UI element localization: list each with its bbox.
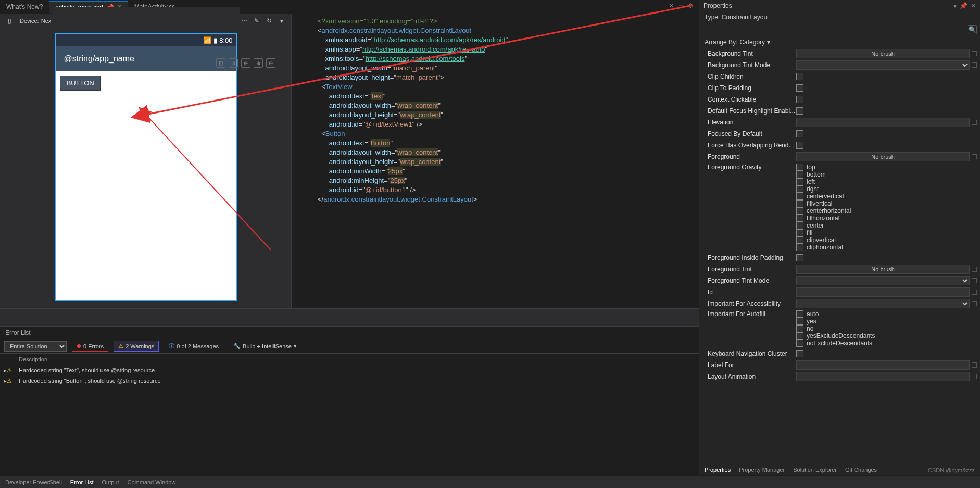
more-icon[interactable]: ⋯ — [240, 17, 248, 25]
checkbox[interactable] — [796, 200, 803, 207]
autofill-option[interactable]: yes — [796, 318, 816, 325]
checkbox[interactable] — [796, 164, 803, 171]
elevation-input[interactable] — [796, 118, 970, 127]
preview-button[interactable]: BUTTON — [60, 76, 101, 91]
checkbox[interactable] — [796, 310, 803, 318]
marker-icon[interactable] — [972, 267, 977, 272]
marker-icon[interactable] — [972, 154, 977, 159]
gravity-option[interactable]: centervertical — [796, 193, 844, 200]
build-filter[interactable]: 🔧 Build + IntelliSense ▾ — [229, 341, 301, 352]
tab-command[interactable]: Command Window — [128, 479, 176, 485]
checkbox[interactable] — [796, 340, 803, 347]
checkbox[interactable] — [796, 185, 803, 193]
tab-solution-explorer[interactable]: Solution Explorer — [793, 467, 837, 473]
chevron-down-icon[interactable]: ▾ — [278, 17, 286, 25]
gravity-option[interactable]: center — [796, 222, 824, 229]
tab-whatsnew[interactable]: What's New? — [0, 1, 49, 12]
arrange-by[interactable]: Arrange By: Category ▾ — [699, 36, 980, 48]
panel-title: Properties — [703, 2, 732, 9]
fg-inside-padding-checkbox[interactable] — [796, 254, 803, 261]
gear-icon[interactable]: ⚙ — [688, 2, 694, 9]
gravity-option[interactable]: fill — [796, 229, 812, 236]
zoom-reset-icon[interactable]: ⊙ — [229, 58, 238, 68]
fg-tint-mode-select[interactable] — [796, 276, 970, 285]
tab-powershell[interactable]: Developer PowerShell — [5, 479, 62, 485]
checkbox[interactable] — [796, 215, 803, 222]
zoom-in-icon[interactable]: ⊕ — [254, 58, 263, 68]
marker-icon[interactable] — [972, 362, 977, 368]
autofill-option[interactable]: auto — [796, 310, 819, 318]
pin-icon[interactable]: 📌 — [960, 2, 968, 9]
checkbox[interactable] — [796, 222, 803, 229]
gravity-option[interactable]: top — [796, 164, 815, 171]
bg-tint-value[interactable]: No brush — [796, 49, 970, 58]
checkbox[interactable] — [796, 229, 803, 236]
gravity-option[interactable]: left — [796, 178, 815, 185]
scope-dropdown[interactable]: Entire Solution — [4, 341, 67, 352]
brush-icon[interactable]: ✎ — [253, 17, 261, 25]
watermark: CSDN @dym&zzz — [928, 467, 975, 473]
tab-errorlist[interactable]: Error List — [70, 479, 94, 485]
zoom-100-icon[interactable]: ⊕ — [241, 58, 250, 68]
checkbox[interactable] — [796, 332, 803, 340]
checkbox[interactable] — [796, 171, 803, 178]
autofill-option[interactable]: no — [796, 325, 813, 332]
tab-properties[interactable]: Properties — [705, 467, 731, 473]
gravity-option[interactable]: bottom — [796, 171, 826, 178]
checkbox[interactable] — [796, 178, 803, 185]
refresh-icon[interactable]: ↻ — [265, 17, 273, 25]
tab-output[interactable]: Output — [102, 479, 119, 485]
imp-access-select[interactable] — [796, 299, 970, 308]
tab-git-changes[interactable]: Git Changes — [845, 467, 877, 473]
gravity-option[interactable]: fillvertical — [796, 200, 832, 207]
keyboard-nav-checkbox[interactable] — [796, 350, 803, 357]
dropdown-icon[interactable]: ▾ — [953, 2, 957, 9]
checkbox[interactable] — [796, 193, 803, 200]
autofill-option[interactable]: yesExcludeDescendants — [796, 332, 875, 340]
default-focus-checkbox[interactable] — [796, 107, 803, 115]
context-clickable-checkbox[interactable] — [796, 96, 803, 103]
errors-filter[interactable]: ⊗ 0 Errors — [72, 341, 108, 352]
zoom-out-icon[interactable]: ⊖ — [266, 58, 275, 68]
gravity-option[interactable]: right — [796, 185, 819, 193]
bg-tint-mode-select[interactable] — [796, 60, 970, 70]
marker-icon[interactable] — [972, 62, 977, 68]
split-icon[interactable]: ▭ — [678, 2, 684, 9]
gravity-option[interactable]: fillhorizontal — [796, 215, 839, 222]
clip-padding-checkbox[interactable] — [796, 84, 803, 92]
checkbox[interactable] — [796, 236, 803, 244]
fg-tint-value[interactable]: No brush — [796, 265, 970, 274]
clip-children-checkbox[interactable] — [796, 73, 803, 80]
checkbox[interactable] — [796, 207, 803, 215]
marker-icon[interactable] — [972, 51, 977, 56]
force-overlap-checkbox[interactable] — [796, 142, 803, 149]
gravity-option[interactable]: clipvertical — [796, 236, 836, 244]
autofill-option[interactable]: noExcludeDescendants — [796, 340, 872, 347]
layout-anim-input[interactable] — [796, 372, 970, 381]
marker-icon[interactable] — [972, 278, 977, 283]
tab-property-manager[interactable]: Property Manager — [739, 467, 785, 473]
messages-filter[interactable]: ⓘ 0 of 2 Messages — [164, 340, 223, 352]
marker-icon[interactable] — [972, 374, 977, 379]
marker-icon[interactable] — [972, 120, 977, 125]
gravity-option[interactable]: cliphorizontal — [796, 244, 843, 251]
gutter — [292, 14, 312, 308]
search-icon[interactable]: 🔍 — [968, 25, 977, 34]
foreground-value[interactable]: No brush — [796, 152, 970, 161]
label-for-input[interactable] — [796, 360, 970, 370]
close-icon[interactable]: ✕ — [669, 2, 674, 9]
device-preview[interactable]: 📶 ▮ 8:00 @string/app_name BUTTON — [52, 7, 240, 304]
properties-panel: Properties ▾ 📌 ✕ Type ConstraintLayout 🔍… — [699, 0, 980, 475]
warnings-filter[interactable]: ⚠ 2 Warnings — [114, 341, 159, 352]
marker-icon[interactable] — [972, 301, 977, 306]
id-input[interactable] — [796, 287, 970, 297]
focused-default-checkbox[interactable] — [796, 130, 803, 137]
gravity-option[interactable]: centerhorizontal — [796, 207, 851, 215]
checkbox[interactable] — [796, 244, 803, 251]
marker-icon[interactable] — [972, 290, 977, 295]
close-icon[interactable]: ✕ — [971, 2, 976, 9]
zoom-fit-icon[interactable]: ⊡ — [216, 58, 225, 68]
checkbox[interactable] — [796, 325, 803, 332]
checkbox[interactable] — [796, 318, 803, 325]
phone-icon[interactable]: ▯ — [5, 17, 14, 25]
